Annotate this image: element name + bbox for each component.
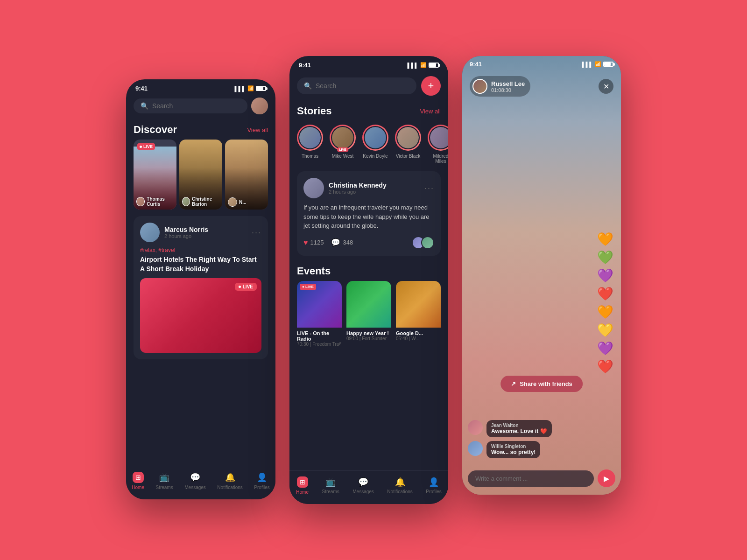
search-icon-2: 🔍 (304, 82, 312, 90)
streamer-details: Russell Lee 01:08:30 (491, 80, 525, 93)
stories-row: Thomas LIVE Mike West (289, 121, 448, 168)
battery-icon (256, 86, 266, 91)
event-card-0[interactable]: ● LIVE LIVE - On the Radio 10:30 | Freed… (297, 281, 342, 347)
stories-heading: Stories View all (289, 99, 448, 121)
search-bar-1[interactable]: 🔍 (134, 98, 247, 113)
time-3: 9:41 (470, 61, 482, 68)
comment-username-0: Jean Walton (491, 423, 547, 428)
user-avatar-1[interactable] (251, 98, 268, 114)
wifi-icon: 📶 (247, 85, 254, 91)
discover-view-all[interactable]: View all (247, 126, 268, 133)
streamer-info: Russell Lee 01:08:30 (470, 76, 530, 97)
story-mildredmiles[interactable]: Mildred Miles (428, 125, 448, 164)
story-name-2: Kevin Doyle (363, 154, 388, 159)
story-name-3: Victor Black (396, 154, 421, 159)
story-thomas[interactable]: Thomas (297, 125, 323, 164)
post-title-1: Airport Hotels The Right Way To Start A … (140, 255, 261, 273)
story-victorblack[interactable]: Victor Black (395, 125, 421, 164)
streams-icon-shape: 📺 (159, 472, 169, 483)
search-row-1: 🔍 (134, 98, 268, 114)
card-label-2: N... (228, 197, 247, 207)
post-dots-2[interactable]: ··· (424, 183, 434, 193)
comment-input-field[interactable] (468, 470, 594, 487)
nav-item-notifications-2[interactable]: 🔔 Notifications (387, 477, 412, 494)
comment-action[interactable]: 💬 348 (331, 238, 353, 247)
stories-view-all[interactable]: View all (420, 108, 441, 115)
streamer-name: Russell Lee (491, 80, 525, 87)
bottom-nav-1: ⊞ Home 📺 Streams 💬 Messages 🔔 (126, 466, 275, 499)
post-author-1: Marcus Norris (164, 226, 247, 233)
liked-av-2 (421, 236, 434, 249)
send-comment-button[interactable]: ▶ (598, 469, 615, 487)
nav-item-profiles-2[interactable]: 👤 Profiles (426, 477, 441, 494)
time-2: 9:41 (299, 62, 311, 69)
profiles-icon-shape: 👤 (257, 472, 267, 483)
discover-card-1[interactable]: Christine Barton (179, 140, 222, 210)
search-input-1[interactable] (152, 102, 240, 110)
story-face-1 (332, 127, 353, 148)
streamer-avatar (472, 79, 487, 94)
card-mini-avatar-2 (228, 197, 237, 207)
status-bar-3: 9:41 ▌▌▌ 📶 (462, 56, 621, 70)
heart-4: 🧡 (597, 304, 613, 320)
nav-label-messages-1: Messages (184, 485, 206, 490)
card-label-1: Christine Barton (182, 196, 222, 207)
search-row-2: 🔍 + (297, 76, 441, 96)
comment-text-1: Wow... so pretty! (491, 449, 536, 455)
nav-item-notifications-1[interactable]: 🔔 Notifications (217, 472, 242, 490)
post-image-1: LIVE (140, 278, 261, 353)
post-avatar-1 (140, 223, 160, 242)
live-dot-0 (140, 146, 142, 148)
nav-item-home-2[interactable]: ⊞ Home (296, 476, 309, 495)
discover-card-0[interactable]: LIVE Thomas Curtis (134, 140, 176, 210)
stream-duration: 01:08:30 (491, 87, 525, 93)
story-inner-1 (331, 126, 354, 149)
story-kevindoyle[interactable]: Kevin Doyle (362, 125, 388, 164)
live-stream-bg: 9:41 ▌▌▌ 📶 Russell Lee 01:08:30 (462, 56, 621, 495)
story-mikewest[interactable]: LIVE Mike West (330, 125, 356, 164)
event-meta-2: 05:40 | W... (396, 336, 441, 341)
post-time-1: 2 hours ago (164, 233, 247, 239)
likes-count: 1125 (310, 239, 324, 246)
event-info-2: Google D... 05:40 | W... (396, 328, 441, 341)
nav-item-profiles-1[interactable]: 👤 Profiles (254, 472, 269, 490)
event-meta-1: 09:00 | Fort Sumter (346, 336, 391, 341)
card-mini-avatar-1 (182, 197, 190, 206)
status-bar-2: 9:41 ▌▌▌ 📶 (289, 56, 448, 72)
post-meta-1: Marcus Norris 2 hours ago (164, 226, 247, 239)
event-img-2 (396, 281, 441, 328)
comment-0: Jean Walton Awesome. Love it ❤️ (468, 420, 615, 437)
stories-row-container: Thomas LIVE Mike West (289, 121, 448, 168)
nav-item-home-1[interactable]: ⊞ Home (132, 472, 144, 490)
discover-card-2[interactable]: N... (225, 140, 268, 210)
nav-item-messages-2[interactable]: 💬 Messages (352, 477, 374, 494)
comments-count: 348 (343, 239, 353, 246)
post-author-2: Christina Kennedy (329, 182, 420, 189)
like-action[interactable]: ♥ 1125 (303, 238, 324, 247)
nav-item-streams-2[interactable]: 📺 Streams (322, 477, 339, 494)
nav-label-profiles-2: Profiles (426, 489, 441, 494)
close-stream-button[interactable]: ✕ (599, 79, 613, 94)
home-icon-2: ⊞ (297, 476, 308, 488)
nav-item-streams-1[interactable]: 📺 Streams (155, 472, 173, 490)
event-info-0: LIVE - On the Radio 10:30 | Freedom Trai… (297, 328, 342, 347)
nav-item-messages-1[interactable]: 💬 Messages (184, 472, 206, 490)
liked-avatars (412, 236, 434, 249)
phone-2: 9:41 ▌▌▌ 📶 🔍 + Stories View all (289, 56, 448, 504)
search-input-2[interactable] (316, 82, 409, 90)
wifi-icon-2: 📶 (420, 62, 427, 68)
share-with-friends-button[interactable]: ↗ Share with friends (500, 376, 583, 392)
search-bar-2[interactable]: 🔍 (297, 77, 416, 94)
event-img-0: ● LIVE (297, 281, 342, 328)
messages-icon-shape: 💬 (190, 472, 200, 483)
event-title-1: Happy new Year ! (346, 330, 391, 336)
comment-bubble-0: Jean Walton Awesome. Love it ❤️ (486, 420, 552, 437)
card-name-1: Christine Barton (192, 196, 222, 207)
event-card-2[interactable]: Google D... 05:40 | W... (396, 281, 441, 347)
add-button-2[interactable]: + (421, 76, 441, 96)
event-card-1[interactable]: Happy new Year ! 09:00 | Fort Sumter (346, 281, 391, 347)
discover-title: Discover (134, 124, 177, 136)
post-dots-1[interactable]: ··· (252, 228, 261, 238)
phone-3: 9:41 ▌▌▌ 📶 Russell Lee 01:08:30 (462, 56, 621, 495)
post-meta-2: Christina Kennedy 2 hours ago (329, 182, 420, 195)
